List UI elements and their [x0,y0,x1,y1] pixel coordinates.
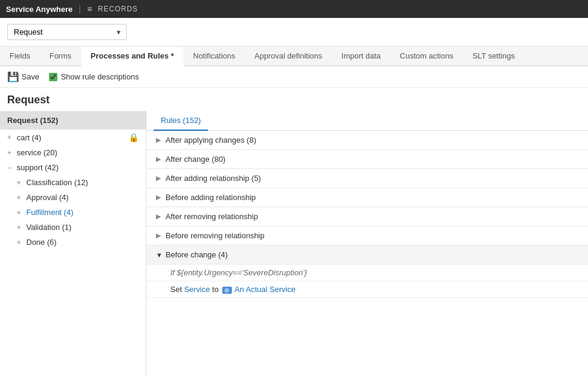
tree-label-support: support (42) [17,163,139,172]
record-type-dropdown-wrapper: Request ▼ [7,24,127,40]
tab-processes-rules[interactable]: Processes and Rules * [81,47,183,66]
tree-item-done[interactable]: + Done (6) [0,235,146,250]
chevron-right-icon-3: ▶ [156,174,166,182]
tab-import-data[interactable]: Import data [332,47,390,66]
rules-tab-header: Rules (152) [146,111,588,131]
expand-icon-fulfillment: + [17,208,24,217]
tree-item-support[interactable]: − support (42) [0,160,146,175]
rule-label-after-change: After change (80) [166,155,225,164]
chevron-right-icon: ▶ [156,136,166,144]
tree-label-classification: Classification (12) [26,178,139,187]
expand-icon-support: − [7,164,14,172]
rule-before-removing-relationship[interactable]: ▶ Before removing relationship [146,226,588,245]
chevron-right-icon-4: ▶ [156,193,166,201]
show-descriptions-label: Show rule descriptions [61,72,139,81]
rule-subitem-condition: If ${entity.Urgency=='SevereDisruption'} [146,265,588,281]
tab-notifications[interactable]: Notifications [183,47,245,66]
rule-label-before-adding-relationship: Before adding relationship [166,193,256,202]
show-descriptions-checkbox[interactable] [49,73,57,81]
tree-label-done: Done (6) [26,238,139,247]
expand-icon-approval: + [17,193,24,202]
left-panel: Request (152) + cart (4) 🔒 + service (20… [0,111,146,375]
save-label: Save [22,72,39,81]
rule-label-after-applying-changes: After applying changes (8) [166,136,256,145]
tab-fields[interactable]: Fields [0,47,40,66]
brand-label: Service Anywhere [6,5,73,14]
tree-item-approval[interactable]: + Approval (4) [0,190,146,205]
expand-icon-service: + [7,149,14,157]
rule-subitem-set: Set Service to An Actual Service [146,281,588,298]
rule-after-adding-relationship[interactable]: ▶ After adding relationship (5) [146,169,588,188]
tabs-row: Fields Forms Processes and Rules * Notif… [0,47,588,66]
actual-service-link[interactable]: An Actual Service [234,285,295,294]
tab-forms[interactable]: Forms [40,47,81,66]
rule-before-adding-relationship[interactable]: ▶ Before adding relationship [146,188,588,207]
condition-code: If ${entity.Urgency=='SevereDisruption'} [170,268,307,277]
tab-approval-definitions[interactable]: Approval definitions [245,47,332,66]
dropdown-row: Request ▼ [0,18,588,47]
save-icon: 💾 [7,71,19,82]
tree-item-fulfillment[interactable]: + Fulfillment (4) [0,205,146,220]
tree-label-approval: Approval (4) [26,193,139,202]
chevron-right-icon-6: ▶ [156,232,166,239]
chevron-down-icon: ▼ [156,251,166,259]
tree-item-classification[interactable]: + Classification (12) [0,175,146,190]
topbar-divider: | [79,4,81,14]
rule-after-removing-relationship[interactable]: ▶ After removing relationship [146,207,588,226]
chevron-right-icon-2: ▶ [156,155,166,163]
record-type-select[interactable]: Request [7,24,127,40]
expand-icon-done: + [17,238,24,247]
expand-icon-cart: + [7,133,14,142]
right-panel: Rules (152) ▶ After applying changes (8)… [146,111,588,375]
rules-tab[interactable]: Rules (152) [154,111,208,131]
tree-item-cart[interactable]: + cart (4) 🔒 [0,130,146,145]
tree-item-validation[interactable]: + Validation (1) [0,220,146,235]
main-content: Request (152) + cart (4) 🔒 + service (20… [0,111,588,375]
topbar: Service Anywhere | ≡ RECORDS [0,0,588,18]
tab-custom-actions[interactable]: Custom actions [390,47,463,66]
rule-label-before-change: Before change (4) [166,250,228,259]
rule-after-applying-changes[interactable]: ▶ After applying changes (8) [146,131,588,150]
set-middle: to [212,285,220,294]
tree-label-service: service (20) [17,148,139,157]
set-prefix: Set [170,285,184,294]
left-panel-header: Request (152) [0,111,146,130]
rule-label-before-removing-relationship: Before removing relationship [166,231,264,240]
chevron-right-icon-5: ▶ [156,213,166,220]
save-button[interactable]: 💾 Save [7,71,39,82]
records-label: RECORDS [98,5,138,13]
service-icon [222,287,232,294]
rule-label-after-removing-relationship: After removing relationship [166,212,258,221]
service-link[interactable]: Service [184,285,210,294]
rule-label-after-adding-relationship: After adding relationship (5) [166,174,261,183]
lock-icon-cart: 🔒 [128,133,139,142]
tree-label-cart: cart (4) [17,133,126,142]
rule-after-change[interactable]: ▶ After change (80) [146,150,588,169]
tree-label-fulfillment: Fulfillment (4) [26,208,139,217]
tab-slt-settings[interactable]: SLT settings [463,47,525,66]
show-descriptions-toggle[interactable]: Show rule descriptions [49,72,139,81]
hamburger-icon[interactable]: ≡ [87,4,92,14]
expand-icon-classification: + [17,179,24,187]
page-title: Request [0,88,588,109]
tree-label-validation: Validation (1) [26,223,139,232]
tree-item-service[interactable]: + service (20) [0,145,146,160]
expand-icon-validation: + [17,223,24,232]
rule-before-change[interactable]: ▼ Before change (4) [146,245,588,265]
toolbar: 💾 Save Show rule descriptions [0,66,588,88]
